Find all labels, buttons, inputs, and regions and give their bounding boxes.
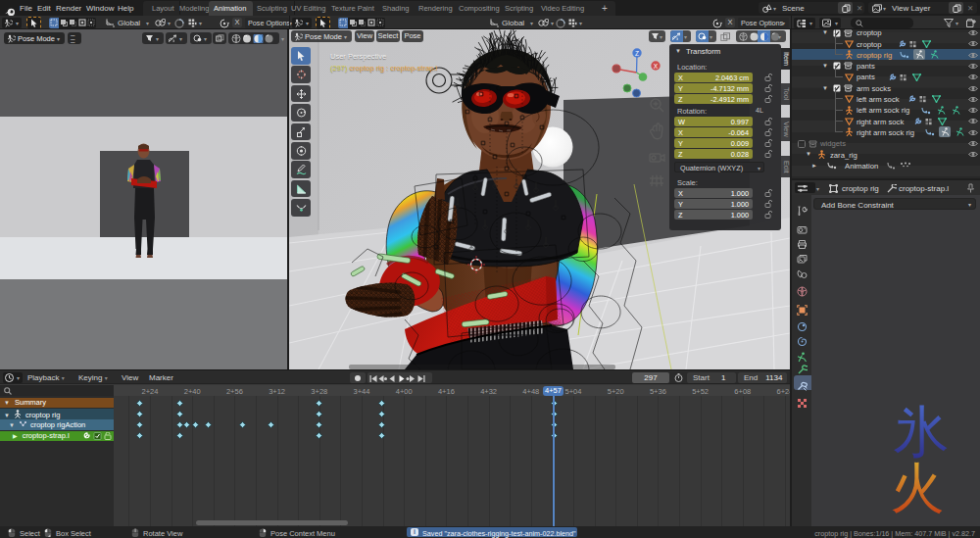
svg-text:X: X: [654, 63, 659, 70]
svg-text:Z: Z: [635, 50, 639, 57]
svg-text:火: 火: [891, 459, 945, 518]
svg-text:氷: 氷: [894, 401, 950, 463]
